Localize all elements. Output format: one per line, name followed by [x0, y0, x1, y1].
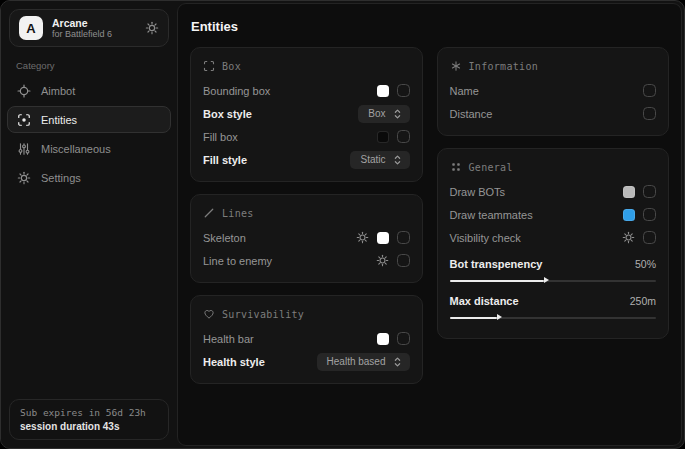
sidebar-item-miscellaneous[interactable]: Miscellaneous [7, 135, 171, 162]
general-grid-icon [450, 161, 462, 173]
sidebar-item-entities[interactable]: Entities [7, 106, 171, 133]
brand-settings-gear-icon[interactable] [145, 21, 159, 35]
box-card: Box Bounding box Box style Box [190, 47, 423, 182]
sidebar-item-label: Settings [41, 172, 81, 184]
skeleton-row: Skeleton [203, 227, 410, 248]
draw-teammates-label: Draw teammates [450, 209, 624, 221]
brand-name: Arcane [52, 17, 136, 29]
draw-bots-row: Draw BOTs [450, 181, 657, 202]
sidebar-item-settings[interactable]: Settings [7, 164, 171, 191]
fill-box-color-swatch[interactable] [377, 131, 389, 143]
page-title: Entities [191, 19, 669, 34]
line-to-enemy-row: Line to enemy [203, 250, 410, 271]
left-column: Box Bounding box Box style Box [190, 47, 423, 384]
visibility-check-row: Visibility check [450, 227, 657, 248]
fill-style-dropdown[interactable]: Static [350, 151, 409, 169]
fill-box-label: Fill box [203, 131, 377, 143]
health-bar-checkbox[interactable] [397, 332, 410, 345]
health-bar-row: Health bar [203, 328, 410, 349]
health-style-label: Health style [203, 356, 317, 368]
draw-teammates-row: Draw teammates [450, 204, 657, 225]
max-distance-slider-fill [450, 317, 497, 319]
bounding-box-row: Bounding box [203, 80, 410, 101]
health-style-value: Health based [327, 356, 386, 367]
fill-style-row: Fill style Static [203, 149, 410, 170]
brand-card: A Arcane for Battlefield 6 [9, 9, 169, 47]
visibility-check-label: Visibility check [450, 232, 623, 244]
sidebar-item-label: Entities [41, 114, 77, 126]
draw-teammates-color-swatch[interactable] [623, 209, 635, 221]
draw-bots-label: Draw BOTs [450, 186, 624, 198]
name-checkbox[interactable] [643, 84, 656, 97]
bot-transparency-slider[interactable] [450, 276, 657, 285]
health-style-row: Health style Health based [203, 351, 410, 372]
max-distance-value: 250m [630, 295, 656, 307]
name-row: Name [450, 80, 657, 101]
survivability-card: Survivability Health bar Health style [190, 295, 423, 384]
distance-label: Distance [450, 108, 644, 120]
health-bar-label: Health bar [203, 333, 377, 345]
visibility-check-config-gear-icon[interactable] [622, 231, 635, 244]
distance-checkbox[interactable] [643, 107, 656, 120]
bot-transparency-slider-fill [450, 280, 545, 282]
miscellaneous-sliders-icon [17, 142, 31, 156]
settings-gear-icon [17, 171, 31, 185]
section-title: Survivability [222, 309, 304, 320]
line-to-enemy-config-gear-icon[interactable] [376, 254, 389, 267]
skeleton-label: Skeleton [203, 232, 356, 244]
sidebar-item-label: Miscellaneous [41, 143, 111, 155]
entities-scan-icon [17, 113, 31, 127]
box-style-value: Box [368, 108, 385, 119]
line-to-enemy-label: Line to enemy [203, 255, 376, 267]
section-title: General [469, 162, 513, 173]
health-style-dropdown[interactable]: Health based [317, 353, 410, 371]
fill-style-value: Static [360, 154, 385, 165]
bot-transparency-value: 50% [635, 258, 656, 270]
subscription-card: Sub expires in 56d 23h session duration … [9, 399, 169, 440]
brand-subtitle: for Battlefield 6 [52, 29, 136, 39]
draw-bots-checkbox[interactable] [643, 185, 656, 198]
section-title: Lines [222, 208, 254, 219]
section-title: Information [469, 61, 539, 72]
visibility-check-checkbox[interactable] [643, 231, 656, 244]
name-label: Name [450, 85, 644, 97]
bounding-box-color-swatch[interactable] [377, 85, 389, 97]
line-to-enemy-checkbox[interactable] [397, 254, 410, 267]
bounding-box-label: Bounding box [203, 85, 377, 97]
box-style-dropdown[interactable]: Box [358, 105, 409, 123]
bot-transparency-row: Bot transpenency 50% [450, 253, 657, 274]
distance-row: Distance [450, 103, 657, 124]
sidebar-item-aimbot[interactable]: Aimbot [7, 77, 171, 104]
brand-logo: A [19, 16, 43, 40]
right-column: Information Name Distance [437, 47, 670, 339]
health-bar-color-swatch[interactable] [377, 333, 389, 345]
information-card: Information Name Distance [437, 47, 670, 136]
sub-expiry-text: Sub expires in 56d 23h [20, 407, 158, 418]
max-distance-label: Max distance [450, 295, 630, 307]
session-duration-text: session duration 43s [20, 421, 158, 432]
main-panel: Entities Box [177, 3, 682, 446]
skeleton-config-gear-icon[interactable] [356, 231, 369, 244]
survivability-heart-icon [203, 308, 215, 320]
sidebar: A Arcane for Battlefield 6 Category [1, 1, 177, 448]
sidebar-nav: Aimbot Entities [1, 76, 177, 192]
bounding-box-checkbox[interactable] [397, 84, 410, 97]
information-icon [450, 60, 462, 72]
max-distance-slider[interactable] [450, 313, 657, 322]
unfold-chevrons-icon [393, 154, 402, 166]
unfold-chevrons-icon [393, 108, 402, 120]
fill-style-label: Fill style [203, 154, 350, 166]
box-frame-icon [203, 60, 215, 72]
category-label: Category [16, 60, 162, 71]
skeleton-checkbox[interactable] [397, 231, 410, 244]
draw-bots-color-swatch[interactable] [623, 186, 635, 198]
fill-box-checkbox[interactable] [397, 130, 410, 143]
draw-teammates-checkbox[interactable] [643, 208, 656, 221]
max-distance-row: Max distance 250m [450, 290, 657, 311]
lines-diagonal-icon [203, 207, 215, 219]
unfold-chevrons-icon [393, 356, 402, 368]
bot-transparency-label: Bot transpenency [450, 258, 635, 270]
skeleton-color-swatch[interactable] [377, 232, 389, 244]
general-card: General Draw BOTs Draw teammates [437, 148, 670, 339]
app-window: A Arcane for Battlefield 6 Category [0, 0, 685, 449]
